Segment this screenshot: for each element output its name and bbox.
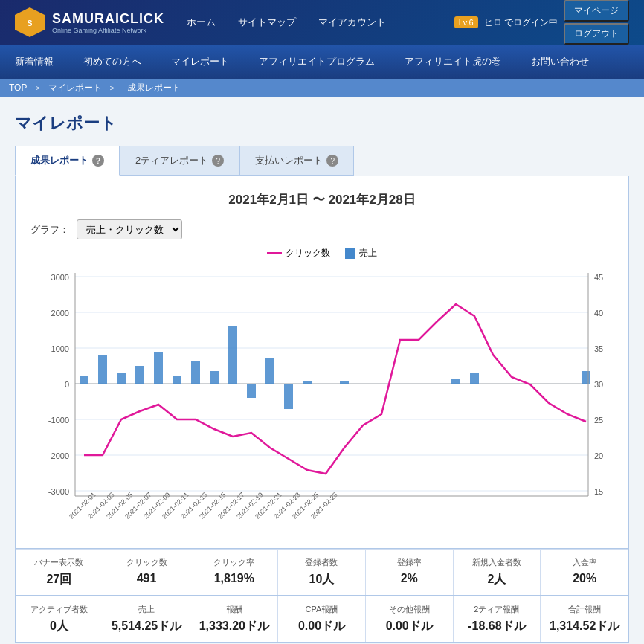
tab-results[interactable]: 成果レポート ? [15,146,120,176]
nav-sitemap[interactable]: サイトマップ [238,16,296,29]
stat-value-row1-2: 1,819% [196,572,271,585]
svg-rect-39 [451,379,460,384]
tab-payment[interactable]: 支払いレポート ? [239,146,354,176]
page-title: マイレポート [15,112,629,135]
svg-rect-33 [228,326,237,384]
stat-value-row2-5: -18.68ドル [460,619,535,634]
svg-text:25: 25 [594,416,603,425]
svg-text:20: 20 [594,451,603,460]
stat-value-row2-6: 1,314.52ドル [547,619,622,634]
stat-value-row1-1: 491 [109,572,184,585]
svg-text:-1000: -1000 [48,416,69,425]
stat-label-row2-2: 報酬 [196,604,271,615]
main-nav: ホーム サイトマップ マイアカウント [187,16,454,29]
stat-label-row2-6: 合計報酬 [547,604,622,615]
stat-cell-row2-0: アクティブ者数0人 [16,596,103,642]
nav-beginners[interactable]: 初めての方へ [68,45,156,79]
svg-text:-2000: -2000 [48,451,69,460]
page-content: マイレポート 成果レポート ? 2ティアレポート ? 支払いレポート ? 202… [0,97,644,644]
stat-label-row1-4: 登録率 [372,557,447,568]
graph-select[interactable]: 売上・クリック数 登録者数 新規入金者数 [77,219,182,239]
tab-results-help[interactable]: ? [92,155,104,167]
nav-news[interactable]: 新着情報 [0,45,68,79]
stat-cell-row2-5: 2ティア報酬-18.68ドル [454,596,541,642]
username: ヒロ でログイン中 [484,16,558,29]
breadcrumb-sep2: ＞ [108,83,119,93]
svg-rect-37 [303,381,312,384]
stat-cell-row2-1: 売上5,514.25ドル [103,596,191,642]
mypage-button[interactable]: マイページ [564,0,629,22]
svg-rect-25 [80,376,88,384]
stat-value-row1-5: 2人 [460,572,535,587]
logo-sub: Online Gaming Affiliate Network [52,27,164,34]
graph-label: グラフ： [30,223,69,236]
nav-bar: 新着情報 初めての方へ マイレポート アフィリエイトプログラム アフィリエイト虎… [0,45,644,79]
stat-cell-row1-0: バナー表示数27回 [16,549,103,595]
header: S SAMURAICLICK Online Gaming Affiliate N… [0,0,644,45]
svg-rect-36 [284,384,293,409]
main-chart-svg: 3000 2000 1000 0 -1000 -2000 -3000 45 40… [30,265,625,533]
stat-cell-row1-3: 登録者数10人 [278,549,366,595]
svg-text:1000: 1000 [51,344,69,353]
nav-myreport[interactable]: マイレポート [156,45,244,79]
chart-controls: グラフ： 売上・クリック数 登録者数 新規入金者数 [30,219,614,239]
chart-container: 2021年2月1日 〜 2021年2月28日 グラフ： 売上・クリック数 登録者… [15,176,629,549]
logo-text-area: SAMURAICLICK Online Gaming Affiliate Net… [52,11,164,34]
logo-area: S SAMURAICLICK Online Gaming Affiliate N… [15,7,164,37]
breadcrumb-myreport[interactable]: マイレポート [48,83,102,93]
legend-click-line [267,252,282,254]
legend-clicks: クリック数 [267,247,330,260]
svg-text:40: 40 [594,309,603,318]
svg-rect-2 [75,273,596,489]
level-badge: Lv.6 [454,16,478,28]
stat-value-row2-4: 0.00ドル [372,619,447,634]
chart-legend: クリック数 売上 [30,247,614,260]
svg-rect-31 [191,361,200,384]
nav-affiliate-guide[interactable]: アフィリエイト虎の巻 [390,45,516,79]
stat-label-row2-0: アクティブ者数 [22,604,97,615]
legend-sales-bar [345,248,355,259]
breadcrumb-top[interactable]: TOP [9,83,27,93]
svg-rect-32 [210,371,219,384]
stat-cell-row2-3: CPA報酬0.00ドル [278,596,366,642]
tab-2tier[interactable]: 2ティアレポート ? [120,146,239,176]
svg-rect-27 [117,373,126,384]
nav-home[interactable]: ホーム [187,16,216,29]
logo-name: SAMURAICLICK [52,11,164,27]
svg-text:15: 15 [594,487,603,496]
tabs: 成果レポート ? 2ティアレポート ? 支払いレポート ? [15,146,629,176]
stat-cell-row1-2: クリック率1,819% [190,549,278,595]
svg-text:S: S [28,19,33,28]
svg-rect-28 [135,366,144,384]
nav-contact[interactable]: お問い合わせ [516,45,604,79]
stat-cell-row1-4: 登録率2% [366,549,454,595]
svg-text:3000: 3000 [51,273,69,282]
nav-myaccount[interactable]: マイアカウント [318,16,386,29]
stat-label-row2-4: その他報酬 [372,604,447,615]
nav-affiliate-program[interactable]: アフィリエイトプログラム [244,45,390,79]
stats-row-1: バナー表示数27回クリック数491クリック率1,819%登録者数10人登録率2%… [15,549,629,596]
tab-payment-help[interactable]: ? [326,155,338,167]
tab-2tier-help[interactable]: ? [212,155,224,167]
stat-cell-row1-5: 新規入金者数2人 [454,549,541,595]
stats-row-2: アクティブ者数0人売上5,514.25ドル報酬1,333.20ドルCPA報酬0.… [15,596,629,643]
stat-label-row1-6: 入金率 [547,557,622,568]
header-buttons: マイページ ログアウト [564,0,629,45]
chart-title: 2021年2月1日 〜 2021年2月28日 [30,191,614,208]
logo-icon: S [15,7,45,37]
svg-rect-35 [265,358,274,384]
stat-cell-row2-4: その他報酬0.00ドル [366,596,454,642]
svg-rect-30 [173,376,181,384]
logout-button[interactable]: ログアウト [564,23,629,45]
legend-sales: 売上 [345,247,377,260]
stat-value-row1-6: 20% [547,572,622,585]
stat-label-row2-3: CPA報酬 [284,604,359,615]
svg-rect-41 [582,371,590,384]
stat-value-row2-1: 5,514.25ドル [109,619,184,634]
legend-sales-label: 売上 [359,247,377,260]
legend-click-label: クリック数 [286,247,330,260]
chart-svg-wrapper: 3000 2000 1000 0 -1000 -2000 -3000 45 40… [30,265,614,533]
svg-text:30: 30 [594,380,603,389]
stat-value-row1-0: 27回 [22,572,97,587]
breadcrumb-current: 成果レポート [127,83,181,93]
